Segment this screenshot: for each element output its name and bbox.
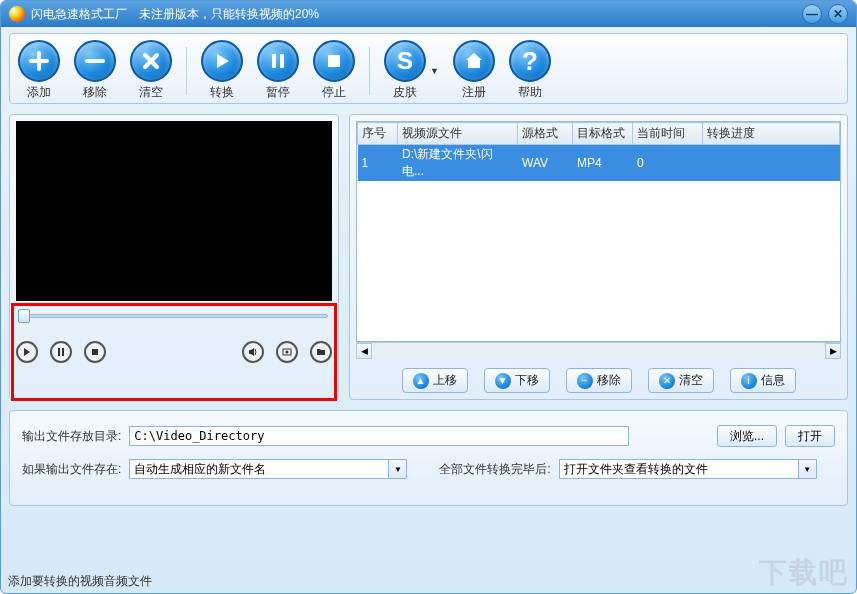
minus-icon xyxy=(85,51,105,71)
watermark: 下载吧 xyxy=(759,554,849,592)
remove-button[interactable]: 移除 xyxy=(74,40,116,101)
player-play-button[interactable] xyxy=(16,341,38,363)
help-button[interactable]: ? 帮助 xyxy=(509,40,551,101)
register-button[interactable]: 注册 xyxy=(453,40,495,101)
seek-slider[interactable] xyxy=(16,309,332,323)
after-convert-select[interactable] xyxy=(559,459,799,479)
folder-icon xyxy=(316,347,326,357)
pause-icon xyxy=(57,348,65,356)
pause-button[interactable]: 暂停 xyxy=(257,40,299,101)
list-clear-button[interactable]: ✕清空 xyxy=(648,368,714,393)
skin-button[interactable]: S 皮肤 xyxy=(384,40,426,101)
titlebar: 闪电急速格式工厂 未注册版本，只能转换视频的20% — ✕ xyxy=(1,1,856,27)
output-dir-input[interactable] xyxy=(129,426,629,446)
info-icon: i xyxy=(741,373,757,389)
list-remove-button[interactable]: −移除 xyxy=(566,368,632,393)
file-list-panel: 序号 视频源文件 源格式 目标格式 当前时间 转换进度 1 D:\新建文件夹\闪… xyxy=(349,114,848,400)
scroll-left-arrow[interactable]: ◀ xyxy=(356,343,372,359)
video-preview xyxy=(16,121,332,301)
stop-icon xyxy=(91,348,99,356)
minus-icon: − xyxy=(577,373,593,389)
main-toolbar: 添加 移除 清空 转换 暂停 停止 xyxy=(9,33,848,104)
output-dir-label: 输出文件存放目录: xyxy=(22,428,121,445)
x-icon: ✕ xyxy=(659,373,675,389)
svg-rect-1 xyxy=(280,54,284,68)
svg-rect-3 xyxy=(58,348,60,356)
move-down-button[interactable]: ▼下移 xyxy=(484,368,550,393)
player-volume-button[interactable] xyxy=(242,341,264,363)
scroll-right-arrow[interactable]: ▶ xyxy=(825,343,841,359)
convert-button[interactable]: 转换 xyxy=(201,40,243,101)
clear-button[interactable]: 清空 xyxy=(130,40,172,101)
stop-button[interactable]: 停止 xyxy=(313,40,355,101)
app-icon xyxy=(9,6,25,22)
x-icon xyxy=(142,52,160,70)
volume-icon xyxy=(248,347,258,357)
col-current-time[interactable]: 当前时间 xyxy=(633,123,703,145)
move-up-button[interactable]: ▲上移 xyxy=(402,368,468,393)
col-target-fmt[interactable]: 目标格式 xyxy=(573,123,633,145)
info-button[interactable]: i信息 xyxy=(730,368,796,393)
minimize-button[interactable]: — xyxy=(802,4,822,24)
table-row[interactable]: 1 D:\新建文件夹\闪电... WAV MP4 0 xyxy=(358,145,840,182)
col-source-fmt[interactable]: 源格式 xyxy=(518,123,573,145)
add-button[interactable]: 添加 xyxy=(18,40,60,101)
dropdown-arrow-icon[interactable]: ▼ xyxy=(389,459,407,479)
output-settings-panel: 输出文件存放目录: 浏览... 打开 如果输出文件存在: ▼ 全部文件转换完毕后… xyxy=(9,410,848,506)
player-stop-button[interactable] xyxy=(84,341,106,363)
open-button[interactable]: 打开 xyxy=(785,425,835,447)
pause-icon xyxy=(269,52,287,70)
close-button[interactable]: ✕ xyxy=(828,4,848,24)
window-title: 闪电急速格式工厂 未注册版本，只能转换视频的20% xyxy=(31,6,802,23)
table-hscrollbar[interactable]: ◀ ▶ xyxy=(356,342,841,358)
play-icon xyxy=(23,348,31,356)
col-index[interactable]: 序号 xyxy=(358,123,398,145)
arrow-up-icon: ▲ xyxy=(413,373,429,389)
status-bar: 添加要转换的视频音频文件 xyxy=(8,573,152,590)
arrow-down-icon: ▼ xyxy=(495,373,511,389)
file-exists-label: 如果输出文件存在: xyxy=(22,461,121,478)
browse-button[interactable]: 浏览... xyxy=(717,425,777,447)
app-window: 闪电急速格式工厂 未注册版本，只能转换视频的20% — ✕ 添加 移除 清空 转… xyxy=(0,0,857,594)
camera-icon xyxy=(282,347,292,357)
file-table[interactable]: 序号 视频源文件 源格式 目标格式 当前时间 转换进度 1 D:\新建文件夹\闪… xyxy=(356,121,841,342)
svg-rect-0 xyxy=(272,54,276,68)
svg-rect-2 xyxy=(328,55,340,67)
player-pause-button[interactable] xyxy=(50,341,72,363)
svg-rect-4 xyxy=(62,348,64,356)
stop-icon xyxy=(325,52,343,70)
dropdown-arrow-icon[interactable]: ▼ xyxy=(799,459,817,479)
after-convert-label: 全部文件转换完毕后: xyxy=(439,461,550,478)
plus-icon xyxy=(29,51,49,71)
col-progress[interactable]: 转换进度 xyxy=(703,123,840,145)
player-folder-button[interactable] xyxy=(310,341,332,363)
svg-rect-5 xyxy=(92,349,98,355)
player-snapshot-button[interactable] xyxy=(276,341,298,363)
home-icon xyxy=(464,51,484,71)
skin-dropdown-arrow[interactable]: ▼ xyxy=(430,66,439,76)
file-exists-select[interactable] xyxy=(129,459,389,479)
preview-panel xyxy=(9,114,339,400)
play-icon xyxy=(213,52,231,70)
svg-point-7 xyxy=(286,351,289,354)
col-source-file[interactable]: 视频源文件 xyxy=(398,123,518,145)
